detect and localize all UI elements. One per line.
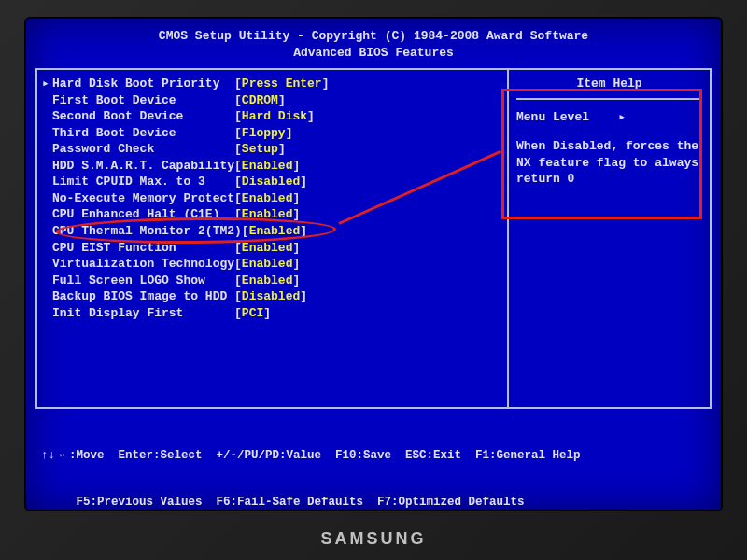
menu-item-value[interactable]: Enabled xyxy=(242,256,293,273)
bracket-open: [ xyxy=(234,273,242,289)
menu-item-label: Full Screen LOGO Show xyxy=(52,273,234,289)
menu-row[interactable]: First Boot Device [CDROM] xyxy=(39,92,503,109)
menu-item-label: Password Check xyxy=(52,141,234,158)
bracket-close: ] xyxy=(300,174,307,190)
menu-item-label: Backup BIOS Image to HDD xyxy=(52,288,234,305)
menu-item-value[interactable]: Setup xyxy=(242,141,278,158)
menu-row[interactable]: CPU Enhanced Halt (C1E) [Enabled] xyxy=(39,206,503,223)
settings-panel[interactable]: ▸Hard Disk Boot Priority [Press Enter] F… xyxy=(37,70,509,407)
bios-container: CMOS Setup Utility - Copyright (C) 1984-… xyxy=(35,28,712,500)
bracket-close: ] xyxy=(300,288,307,305)
footer-hints: ↑↓→←:Move Enter:Select +/-/PU/PD:Value F… xyxy=(35,416,712,511)
menu-item-label: Init Display First xyxy=(52,305,234,322)
menu-level-label: Menu Level xyxy=(516,110,589,124)
menu-row[interactable]: Init Display First [PCI] xyxy=(39,305,503,322)
menu-item-value[interactable]: Disabled xyxy=(242,288,300,305)
menu-row[interactable]: CPU EIST Function [Enabled] xyxy=(39,240,503,257)
cursor-icon xyxy=(39,125,52,142)
menu-row[interactable]: Second Boot Device [Hard Disk] xyxy=(39,108,503,125)
cursor-icon xyxy=(39,174,52,190)
help-description: When Disabled, forces the NX feature fla… xyxy=(516,138,702,188)
bracket-close: ] xyxy=(292,273,300,289)
menu-item-label: First Boot Device xyxy=(52,92,234,109)
menu-item-value[interactable]: CDROM xyxy=(242,92,278,109)
header: CMOS Setup Utility - Copyright (C) 1984-… xyxy=(35,28,712,61)
cursor-icon xyxy=(39,108,52,125)
menu-item-value[interactable]: Press Enter xyxy=(242,76,322,92)
menu-item-label: No-Execute Memory Protect xyxy=(52,190,234,207)
main-box: ▸Hard Disk Boot Priority [Press Enter] F… xyxy=(35,68,712,409)
menu-row[interactable]: Virtualization Technology[Enabled] xyxy=(39,256,503,273)
monitor-brand: SAMSUNG xyxy=(320,529,426,549)
menu-row[interactable]: Third Boot Device [Floppy] xyxy=(39,125,503,142)
bracket-open: [ xyxy=(234,206,242,223)
menu-item-value[interactable]: Enabled xyxy=(242,273,293,289)
bracket-open: [ xyxy=(242,223,249,240)
menu-item-value[interactable]: Disabled xyxy=(242,174,300,190)
bracket-close: ] xyxy=(263,305,271,322)
cursor-icon xyxy=(39,206,52,223)
cursor-icon xyxy=(39,305,52,322)
footer-line2: F5:Previous Values F6:Fail-Safe Defaults… xyxy=(41,495,706,511)
menu-item-label: CPU Thermal Monitor 2(TM2) xyxy=(52,223,242,240)
cursor-icon xyxy=(39,190,52,207)
bracket-open: [ xyxy=(234,76,242,92)
monitor-bezel: CMOS Setup Utility - Copyright (C) 1984-… xyxy=(0,0,747,560)
menu-item-value[interactable]: PCI xyxy=(242,305,263,322)
bracket-open: [ xyxy=(234,305,242,322)
menu-row[interactable]: HDD S.M.A.R.T. Capability[Enabled] xyxy=(39,158,503,175)
bracket-open: [ xyxy=(234,190,242,207)
cursor-icon xyxy=(39,288,52,305)
bracket-close: ] xyxy=(292,240,300,257)
bracket-open: [ xyxy=(234,125,242,142)
menu-item-label: HDD S.M.A.R.T. Capability xyxy=(52,158,234,175)
menu-item-label: Second Boot Device xyxy=(52,108,234,125)
bios-screen: CMOS Setup Utility - Copyright (C) 1984-… xyxy=(24,17,723,511)
bracket-open: [ xyxy=(234,92,242,109)
menu-item-label: Limit CPUID Max. to 3 xyxy=(52,174,234,190)
menu-row[interactable]: CPU Thermal Monitor 2(TM2)[Enabled] xyxy=(39,223,503,240)
menu-level-row: Menu Level ▸ xyxy=(516,109,702,126)
menu-item-value[interactable]: Enabled xyxy=(242,158,293,175)
cursor-icon: ▸ xyxy=(39,76,52,92)
menu-item-label: Hard Disk Boot Priority xyxy=(52,76,234,92)
menu-item-value[interactable]: Enabled xyxy=(242,240,293,257)
menu-row[interactable]: Limit CPUID Max. to 3 [Disabled] xyxy=(39,174,503,190)
bracket-open: [ xyxy=(234,141,242,158)
cursor-icon xyxy=(39,223,52,240)
bracket-open: [ xyxy=(234,108,242,125)
cursor-icon xyxy=(39,240,52,257)
bracket-close: ] xyxy=(292,206,300,223)
menu-row[interactable]: ▸Hard Disk Boot Priority [Press Enter] xyxy=(39,76,503,92)
cursor-icon xyxy=(39,158,52,175)
menu-item-value[interactable]: Hard Disk xyxy=(242,108,307,125)
menu-row[interactable]: Password Check [Setup] xyxy=(39,141,503,158)
menu-item-value[interactable]: Enabled xyxy=(249,223,301,240)
cursor-icon xyxy=(39,256,52,273)
bracket-close: ] xyxy=(286,125,293,142)
footer-line1: ↑↓→←:Move Enter:Select +/-/PU/PD:Value F… xyxy=(41,448,706,464)
bracket-close: ] xyxy=(300,223,307,240)
header-line1: CMOS Setup Utility - Copyright (C) 1984-… xyxy=(35,28,712,45)
bracket-open: [ xyxy=(234,256,242,273)
cursor-icon xyxy=(39,92,52,109)
cursor-icon xyxy=(39,273,52,289)
cursor-icon xyxy=(39,141,52,158)
menu-row[interactable]: No-Execute Memory Protect[Enabled] xyxy=(39,190,503,207)
menu-item-value[interactable]: Floppy xyxy=(242,125,286,142)
menu-row[interactable]: Backup BIOS Image to HDD [Disabled] xyxy=(39,288,503,305)
bracket-close: ] xyxy=(322,76,330,92)
menu-item-value[interactable]: Enabled xyxy=(242,206,293,223)
bracket-close: ] xyxy=(292,190,300,207)
help-title: Item Help xyxy=(516,76,702,100)
bracket-open: [ xyxy=(234,288,242,305)
menu-item-label: Virtualization Technology xyxy=(52,256,234,273)
menu-item-value[interactable]: Enabled xyxy=(242,190,293,207)
bracket-close: ] xyxy=(307,108,315,125)
bracket-close: ] xyxy=(278,92,286,109)
bracket-open: [ xyxy=(234,174,242,190)
bracket-close: ] xyxy=(292,256,300,273)
menu-item-label: CPU Enhanced Halt (C1E) xyxy=(52,206,234,223)
menu-row[interactable]: Full Screen LOGO Show [Enabled] xyxy=(39,273,503,289)
bracket-open: [ xyxy=(234,158,242,175)
